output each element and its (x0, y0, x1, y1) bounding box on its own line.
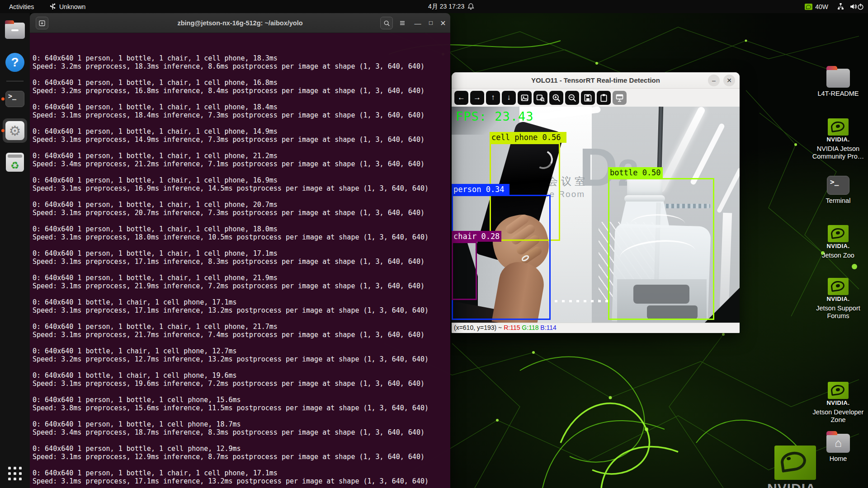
desktop-icon-terminal[interactable]: >_Terminal (808, 176, 868, 205)
top-bar: Activities Unknown 4月 23 17:23 40W (0, 0, 868, 13)
show-apps-button[interactable] (0, 464, 30, 483)
detect-line: 0: 640x640 1 person, 1 bottle, 1 chair, … (33, 176, 450, 184)
home-folder-icon: ⌂ (826, 434, 850, 453)
yolo-titlebar[interactable]: YOLO11 - TensorRT Real-time Detection – … (452, 72, 740, 89)
speed-line: Speed: 3.1ms preprocess, 17.1ms inferenc… (33, 258, 450, 266)
detect-line: 0: 640x640 1 person, 1 bottle, 1 cell ph… (33, 445, 450, 453)
image-search-icon (536, 93, 545, 103)
house-icon: ⌂ (826, 434, 850, 452)
desktop-icon-jetson-support[interactable]: NVIDIA.Jetson SupportForums (808, 278, 868, 320)
speed-line: Speed: 3.2ms preprocess, 16.8ms inferenc… (33, 87, 450, 95)
speed-line: Speed: 3.8ms preprocess, 15.6ms inferenc… (33, 404, 450, 412)
zoom-out-icon (567, 93, 577, 103)
terminal-log-block: 0: 640x640 1 bottle, 1 chair, 1 cell pho… (33, 347, 450, 363)
detect-line: 0: 640x640 1 bottle, 1 chair, 1 cell pho… (33, 347, 450, 355)
power-draw-label: 40W (815, 3, 828, 10)
image-search-button[interactable] (533, 91, 547, 105)
new-tab-button[interactable] (36, 17, 48, 29)
close-button[interactable]: ✕ (437, 17, 449, 29)
terminal-shortcut-icon: >_ (827, 176, 849, 195)
dock-item-terminal[interactable]: >_ (0, 85, 30, 113)
terminal-log-block: 0: 640x640 1 person, 1 bottle, 1 chair, … (33, 323, 450, 339)
properties-icon (615, 93, 624, 103)
desktop-icon-label: Jetson Zoo (808, 252, 868, 259)
trash-icon: ♻ (6, 153, 24, 172)
terminal-log-block: 0: 640x640 1 person, 1 bottle, 1 chair, … (33, 225, 450, 241)
apps-grid-icon (8, 467, 22, 480)
activities-button[interactable]: Activities (5, 0, 38, 13)
desktop-icon-label: Terminal (808, 197, 868, 205)
yolo-detection-window: YOLO11 - TensorRT Real-time Detection – … (452, 72, 740, 333)
yolo-close-button[interactable]: ✕ (723, 75, 735, 86)
desktop-icon-l4t-readme[interactable]: L4T-README (808, 69, 868, 98)
activities-label: Activities (9, 3, 34, 10)
properties-button[interactable] (613, 91, 627, 105)
desktop-icon-jetson-developer[interactable]: NVIDIA.Jetson DeveloperZone (808, 382, 868, 424)
scene-dotted-line (555, 300, 611, 302)
back-button[interactable]: ← (454, 91, 468, 105)
search-button[interactable] (380, 17, 393, 29)
zoom-in-button[interactable] (549, 91, 563, 105)
clipboard-button[interactable] (597, 91, 611, 105)
detect-line: 0: 640x640 1 person, 1 bottle, 1 chair, … (33, 469, 450, 477)
bbox-label: bottle 0.50 (608, 167, 663, 178)
files-icon (5, 23, 25, 39)
desktop-icon-home[interactable]: ⌂Home (808, 434, 868, 463)
terminal-log-block: 0: 640x640 1 person, 1 bottle, 1 chair, … (33, 249, 450, 266)
bbox-label: chair 0.28 (452, 231, 501, 242)
network-icon[interactable] (837, 0, 844, 13)
yolo-toolbar: ←→↑↓ (452, 89, 740, 107)
desktop-icon-nvidia-jetson[interactable]: NVIDIA.NVIDIA JetsonCommunity Pro… (808, 118, 868, 160)
detect-line: 0: 640x640 1 person, 1 bottle, 1 chair, … (33, 274, 450, 282)
camera-video-view: D2 会议室 ce Room FPS: 23.43 cel (452, 107, 740, 323)
forward-button[interactable]: → (470, 91, 484, 105)
terminal-log-block: 0: 640x640 1 person, 1 bottle, 1 chair, … (33, 152, 450, 168)
detect-line: 0: 640x640 1 person, 1 bottle, 1 chair, … (33, 79, 450, 87)
nvidia-wordmark: NVIDIA. (767, 481, 835, 488)
menu-button[interactable] (396, 17, 409, 29)
maximize-button[interactable]: ☐ (425, 17, 437, 29)
bbox-chair (452, 242, 477, 300)
scene-light-streak (717, 167, 740, 214)
image-button[interactable] (518, 91, 532, 105)
desktop-icon-jetson-zoo[interactable]: NVIDIA.Jetson Zoo (808, 225, 868, 259)
zoom-out-button[interactable] (565, 91, 579, 105)
volume-icon[interactable] (849, 0, 857, 13)
dock-item-settings[interactable]: ⚙ (0, 117, 30, 145)
dock-item-trash[interactable]: ♻ (0, 148, 30, 176)
dock-item-files[interactable] (0, 17, 30, 45)
desktop-icon-label: Jetson SupportForums (808, 305, 868, 320)
terminal-log-block: 0: 640x640 1 bottle, 1 chair, 1 cell pho… (33, 298, 450, 314)
detect-line: 0: 640x640 1 person, 1 bottle, 1 chair, … (33, 54, 450, 62)
speed-line: Speed: 3.1ms preprocess, 18.4ms inferenc… (33, 111, 450, 119)
dock: ?>_⚙♻ (0, 13, 30, 488)
yolo-minimize-button[interactable]: – (708, 75, 720, 86)
terminal-log-block: 0: 640x640 1 person, 1 bottle, 1 chair, … (33, 274, 450, 290)
terminal-titlebar[interactable]: zbing@jetson-nx-16g-512g: ~/aibox/yolo —… (30, 13, 450, 33)
folder-icon (826, 69, 850, 88)
clock-menu[interactable]: 4月 23 17:23 (428, 0, 475, 13)
terminal-log-block: 0: 640x640 1 person, 1 bottle, 1 chair, … (33, 79, 450, 95)
desktop-icon-label: Home (808, 455, 868, 463)
detect-line: 0: 640x640 1 person, 1 bottle, 1 chair, … (33, 249, 450, 258)
hamburger-icon (399, 19, 406, 27)
dock-item-help[interactable]: ? (0, 48, 30, 76)
save-button[interactable] (581, 91, 595, 105)
minimize-button[interactable]: — (411, 17, 424, 29)
save-icon (583, 93, 593, 103)
speed-line: Speed: 3.1ms preprocess, 19.6ms inferenc… (33, 380, 450, 388)
power-icon[interactable] (857, 0, 864, 13)
notification-bell-icon (467, 3, 475, 10)
yolo-statusbar: (x=610, y=193) ~ R:115 G:118 B:114 (452, 323, 740, 333)
terminal-log-block: 0: 640x640 1 person, 1 bottle, 1 chair, … (33, 201, 450, 217)
running-indicator (1, 98, 5, 101)
nvidia-app-icon: NVIDIA. (808, 382, 868, 406)
bbox-bottle (608, 178, 714, 320)
app-menu[interactable]: Unknown (49, 0, 85, 13)
power-mode-indicator[interactable]: 40W (805, 0, 828, 13)
yolo-window-title: YOLO11 - TensorRT Real-time Detection (452, 76, 740, 84)
up-button[interactable]: ↑ (486, 91, 500, 105)
app-branch-icon (49, 3, 57, 10)
terminal-output[interactable]: 0: 640x640 1 person, 1 bottle, 1 chair, … (30, 33, 450, 488)
down-button[interactable]: ↓ (502, 91, 516, 105)
